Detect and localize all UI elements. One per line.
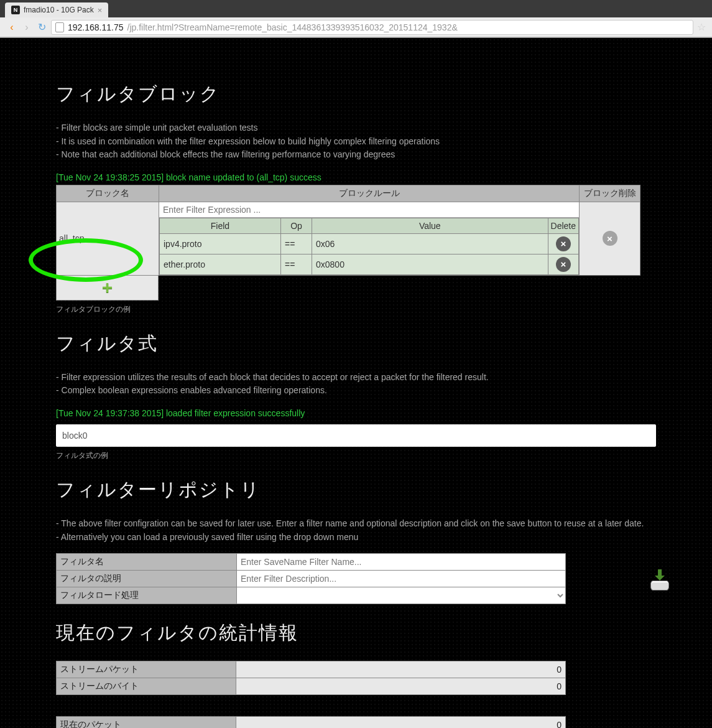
rule-value[interactable]: 0x06 <box>312 233 548 254</box>
bookmark-icon[interactable]: ☆ <box>697 21 706 33</box>
stat-value: 0 <box>236 678 566 695</box>
forward-button[interactable]: › <box>21 22 32 33</box>
rule-row: ipv4.proto == 0x06 × <box>160 233 579 254</box>
back-button[interactable]: ‹ <box>6 22 17 33</box>
add-block-button[interactable]: + <box>56 276 159 301</box>
section-title-filter-block: フィルタブロック <box>56 82 656 107</box>
filter-expr-status: [Tue Nov 24 19:37:38 2015] loaded filter… <box>56 408 656 418</box>
favicon-icon: N <box>11 6 20 14</box>
tab-bar: N fmadio10 - 10G Pack × <box>0 0 712 17</box>
stat-label: 現在のパケット <box>57 717 236 728</box>
stats-table-current: 現在のパケット 0 現在のバイト 0 <box>56 716 566 728</box>
filter-load-select[interactable] <box>237 587 565 604</box>
tab-title: fmadio10 - 10G Pack <box>24 6 94 14</box>
rule-row: ether.proto == 0x0800 × <box>160 254 579 274</box>
repo-desc-1: - The above filter configration can be s… <box>56 518 656 530</box>
section-title-statistics: 現在のフィルタの統計情報 <box>56 620 656 646</box>
rule-op[interactable]: == <box>281 233 312 254</box>
disk-icon <box>650 581 669 590</box>
filter-block-caption: フィルタブロックの例 <box>56 304 656 315</box>
block-name-input[interactable] <box>57 233 159 243</box>
filter-block-desc-1: - Filter blocks are simple unit packet e… <box>56 122 656 134</box>
close-icon[interactable]: × <box>98 6 103 15</box>
rule-header-op: Op <box>281 218 312 233</box>
filter-expression-input[interactable] <box>159 202 579 218</box>
section-title-filter-expression: フィルタ式 <box>56 331 656 357</box>
rule-field[interactable]: ether.proto <box>160 254 281 274</box>
browser-chrome: N fmadio10 - 10G Pack × ‹ › ↻ 192.168.11… <box>0 0 712 38</box>
repo-table: フィルタ名 フィルタの説明 フィルタロード処理 <box>56 553 566 604</box>
stat-label: ストリームのバイト <box>57 678 236 695</box>
reload-button[interactable]: ↻ <box>36 22 47 33</box>
filter-expression-field[interactable] <box>56 424 656 447</box>
section-title-filter-repository: フィルターリポジトリ <box>56 477 656 503</box>
rule-op[interactable]: == <box>281 254 312 274</box>
header-block-delete: ブロック削除 <box>580 185 640 202</box>
filter-block-desc-2: - It is used in combination with the fil… <box>56 136 656 148</box>
download-arrow-icon <box>656 569 663 581</box>
url-host: 192.168.11.75 <box>68 22 124 32</box>
delete-rule-button[interactable]: × <box>556 257 571 272</box>
filter-expr-desc-2: - Complex boolean expressions enables ad… <box>56 385 656 397</box>
repo-load-label: フィルタロード処理 <box>57 587 237 604</box>
repo-desc-2: - Alternatively you can load a previousl… <box>56 531 656 544</box>
header-block-name: ブロック名 <box>57 185 159 202</box>
filter-desc-input[interactable] <box>237 571 565 586</box>
stats-table-stream: ストリームパケット 0 ストリームのバイト 0 <box>56 661 566 695</box>
address-bar[interactable]: 192.168.11.75/jp.filter.html?StreamName=… <box>51 20 693 35</box>
block-rule-cell: Field Op Value Delete ipv4.proto == 0x06… <box>159 202 580 275</box>
page-icon <box>55 22 64 32</box>
nav-toolbar: ‹ › ↻ 192.168.11.75/jp.filter.html?Strea… <box>0 17 712 37</box>
plus-icon: + <box>102 277 113 298</box>
repo-desc-label: フィルタの説明 <box>57 571 237 587</box>
stat-value: 0 <box>236 717 566 728</box>
rule-delete-cell: × <box>548 233 578 254</box>
rule-header-value: Value <box>312 218 548 233</box>
delete-rule-button[interactable]: × <box>556 236 571 251</box>
stat-value: 0 <box>236 661 566 678</box>
filter-block-status: [Tue Nov 24 19:38:25 2015] block name up… <box>56 172 656 182</box>
browser-tab[interactable]: N fmadio10 - 10G Pack × <box>5 2 108 17</box>
rule-delete-cell: × <box>548 254 578 274</box>
url-path: /jp.filter.html?StreamName=remote_basic_… <box>127 22 458 32</box>
filter-expr-caption: フィルタ式の例 <box>56 450 656 461</box>
filter-expr-desc-1: - Filter expression utilizes the results… <box>56 371 656 384</box>
stat-label: ストリームパケット <box>57 661 236 678</box>
rule-table: Field Op Value Delete ipv4.proto == 0x06… <box>159 218 579 275</box>
rule-header-field: Field <box>160 218 281 233</box>
filter-block-table: ブロック名 ブロックルール ブロック削除 Field Op Value Dele… <box>56 185 640 276</box>
repo-name-label: フィルタ名 <box>57 554 237 571</box>
header-block-rule: ブロックルール <box>159 185 580 202</box>
block-name-cell <box>57 202 159 275</box>
page-content: フィルタブロック - Filter blocks are simple unit… <box>0 38 712 728</box>
rule-header-delete: Delete <box>548 218 578 233</box>
delete-block-button[interactable]: × <box>603 231 617 246</box>
rule-value[interactable]: 0x0800 <box>312 254 548 274</box>
block-delete-cell: × <box>580 202 640 275</box>
filter-name-input[interactable] <box>237 554 565 569</box>
filter-block-desc-3: - Note that each additional block effect… <box>56 149 656 161</box>
save-filter-button[interactable] <box>649 569 671 590</box>
rule-field[interactable]: ipv4.proto <box>160 233 281 254</box>
